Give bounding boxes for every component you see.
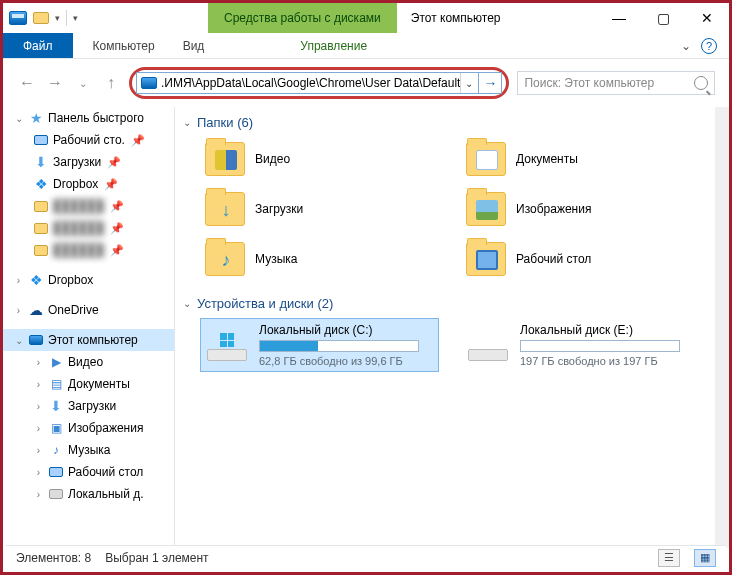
img-icon	[476, 200, 498, 220]
nav-tree: ⌄ ★ Панель быстрого Рабочий сто.📌⬇Загруз…	[3, 107, 175, 548]
drive-name: Локальный диск (C:)	[259, 323, 434, 337]
folder-tile[interactable]: Рабочий стол	[462, 238, 699, 280]
address-dropdown-icon[interactable]: ⌄	[460, 73, 476, 93]
folder-icon	[205, 142, 245, 176]
chevron-down-icon[interactable]: ⌄	[13, 335, 24, 346]
windows-logo-icon	[220, 333, 234, 347]
chevron-right-icon[interactable]: ›	[33, 379, 44, 390]
system-icon[interactable]	[9, 11, 27, 25]
group-folders[interactable]: ⌄ Папки (6)	[183, 115, 699, 130]
view-tiles-button[interactable]: ▦	[694, 549, 716, 567]
chevron-right-icon[interactable]: ›	[13, 275, 24, 286]
qat-dropdown-icon[interactable]: ▾	[55, 13, 60, 23]
nav-back-button[interactable]: ←	[17, 71, 37, 95]
tree-quick-access-item[interactable]: Рабочий сто.📌	[3, 129, 174, 151]
folder-label: Загрузки	[255, 202, 303, 216]
pin-icon: 📌	[110, 244, 124, 257]
drive-tile[interactable]: Локальный диск (E:) 197 ГБ свободно из 1…	[462, 319, 699, 371]
address-go-button[interactable]: →	[478, 72, 502, 94]
tree-pc-item[interactable]: ›⬇Загрузки	[3, 395, 174, 417]
tree-quick-access[interactable]: ⌄ ★ Панель быстрого	[3, 107, 174, 129]
ribbon-tab-manage[interactable]: Управление	[286, 33, 381, 58]
chevron-down-icon[interactable]: ⌄	[183, 298, 191, 309]
chevron-down-icon[interactable]: ⌄	[13, 113, 24, 124]
chevron-down-icon[interactable]: ⌄	[183, 117, 191, 128]
chevron-right-icon[interactable]: ›	[13, 305, 24, 316]
view-details-button[interactable]: ☰	[658, 549, 680, 567]
dropbox-icon: ❖	[28, 273, 44, 287]
tree-label: Загрузки	[68, 399, 116, 413]
search-box[interactable]: Поиск: Этот компьютер	[517, 71, 715, 95]
folder-label: Документы	[516, 152, 578, 166]
tree-pc-item[interactable]: ›▤Документы	[3, 373, 174, 395]
tree-quick-access-item[interactable]: ██████📌	[3, 239, 174, 261]
tree-onedrive[interactable]: › ☁ OneDrive	[3, 299, 174, 321]
folder-tile[interactable]: ♪ Музыка	[201, 238, 438, 280]
drive-free-text: 197 ГБ свободно из 197 ГБ	[520, 355, 695, 367]
folder-tile[interactable]: Изображения	[462, 188, 699, 230]
titlebar: ▾ ▾ Средства работы с дисками Этот компь…	[3, 3, 729, 33]
tree-quick-access-item[interactable]: ██████📌	[3, 217, 174, 239]
chevron-right-icon[interactable]: ›	[33, 357, 44, 368]
group-drives[interactable]: ⌄ Устройства и диски (2)	[183, 296, 699, 311]
quick-access-toolbar: ▾ ▾	[3, 3, 78, 33]
video-icon: ▶	[48, 355, 64, 369]
drive-icon	[466, 329, 510, 361]
drive-tile[interactable]: Локальный диск (C:) 62,8 ГБ свободно из …	[201, 319, 438, 371]
folder-tile[interactable]: ↓ Загрузки	[201, 188, 438, 230]
chevron-right-icon[interactable]: ›	[33, 401, 44, 412]
tree-pc-item[interactable]: ›▶Видео	[3, 351, 174, 373]
onedrive-icon: ☁	[28, 303, 44, 317]
nav-history-button[interactable]: ⌄	[73, 71, 93, 95]
contextual-tab-label: Средства работы с дисками	[224, 11, 381, 25]
folder-tile[interactable]: Документы	[462, 138, 699, 180]
tree-pc-item[interactable]: ›Локальный д.	[3, 483, 174, 505]
help-icon[interactable]: ?	[701, 38, 717, 54]
search-placeholder: Поиск: Этот компьютер	[524, 76, 654, 90]
tree-label: Видео	[68, 355, 103, 369]
tree-quick-access-item[interactable]: ⬇Загрузки📌	[3, 151, 174, 173]
ribbon-file-tab[interactable]: Файл	[3, 33, 73, 58]
tree-quick-access-item[interactable]: ██████📌	[3, 195, 174, 217]
ribbon-expand-icon[interactable]: ⌄	[681, 39, 691, 53]
ribbon-tab-view[interactable]: Вид	[169, 33, 219, 58]
folder-label: Видео	[255, 152, 290, 166]
tree-quick-access-item[interactable]: ❖Dropbox📌	[3, 173, 174, 195]
chevron-right-icon[interactable]: ›	[33, 467, 44, 478]
ribbon-tab-computer[interactable]: Компьютер	[79, 33, 169, 58]
address-bar[interactable]: .ИМЯ\AppData\Local\Google\Chrome\User Da…	[136, 72, 479, 94]
ribbon: Файл Компьютер Вид Управление ⌄ ?	[3, 33, 729, 59]
pin-icon: 📌	[107, 156, 121, 169]
download-icon: ⬇	[33, 155, 49, 169]
tree-label: Документы	[68, 377, 130, 391]
chevron-right-icon[interactable]: ›	[33, 445, 44, 456]
tree-pc-item[interactable]: ›▣Изображения	[3, 417, 174, 439]
qat-customize-icon[interactable]: ▾	[73, 13, 78, 23]
folder-icon	[34, 245, 48, 256]
folder-tile[interactable]: Видео	[201, 138, 438, 180]
qat-open-folder-icon[interactable]	[33, 12, 49, 24]
drive-usage-bar	[520, 340, 680, 352]
tree-this-pc[interactable]: ⌄ Этот компьютер	[3, 329, 174, 351]
minimize-button[interactable]: —	[597, 3, 641, 33]
folder-icon	[466, 242, 506, 276]
pin-icon: 📌	[131, 134, 145, 147]
folder-icon: ♪	[205, 242, 245, 276]
folder-icon	[466, 142, 506, 176]
chevron-right-icon[interactable]: ›	[33, 489, 44, 500]
desk-icon	[476, 250, 498, 270]
close-button[interactable]: ✕	[685, 3, 729, 33]
address-path[interactable]: .ИМЯ\AppData\Local\Google\Chrome\User Da…	[161, 76, 460, 90]
tree-pc-item[interactable]: ›♪Музыка	[3, 439, 174, 461]
tree-label: Локальный д.	[68, 487, 144, 501]
chevron-right-icon[interactable]: ›	[33, 423, 44, 434]
nav-forward-button[interactable]: →	[45, 71, 65, 95]
folder-icon	[34, 223, 48, 234]
tree-label: Панель быстрого	[48, 111, 144, 125]
tree-dropbox[interactable]: › ❖ Dropbox	[3, 269, 174, 291]
tree-pc-item[interactable]: ›Рабочий стол	[3, 461, 174, 483]
maximize-button[interactable]: ▢	[641, 3, 685, 33]
folder-icon	[466, 192, 506, 226]
nav-up-button[interactable]: ↑	[101, 71, 121, 95]
contextual-tab-title: Средства работы с дисками	[208, 3, 397, 33]
